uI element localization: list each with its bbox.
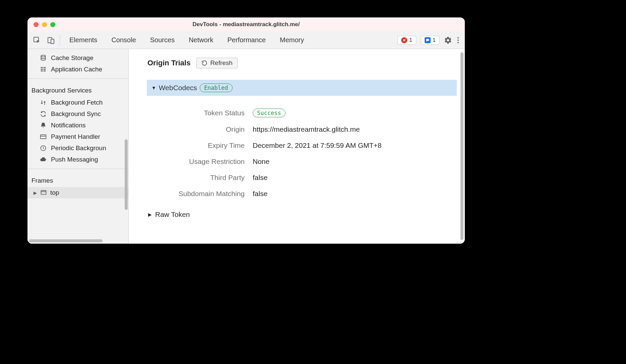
panel-body: Cache Storage Application Cache Backgrou… <box>27 49 465 244</box>
caret-right-icon: ▶ <box>34 190 37 195</box>
cloud-icon <box>40 156 47 163</box>
sidebar-item-label: Notifications <box>51 122 86 129</box>
usage-label: Usage Restriction <box>147 158 253 166</box>
caret-down-icon: ▼ <box>151 85 156 90</box>
trial-status-badge: Enabled <box>200 83 233 92</box>
inspect-element-icon[interactable] <box>33 36 41 44</box>
titlebar: DevTools - mediastreamtrack.glitch.me/ <box>27 17 465 32</box>
sync-icon <box>40 111 47 117</box>
transfer-icon <box>40 99 47 106</box>
grid-icon <box>40 66 47 73</box>
inspect-tools <box>31 35 60 46</box>
raw-token-label: Raw Token <box>155 210 190 219</box>
expiry-value: December 2, 2021 at 7:59:59 AM GMT+8 <box>253 141 382 149</box>
svg-point-4 <box>457 40 459 41</box>
origin-trials-panel: Origin Trials Refresh ▼ WebCodecs Enable… <box>129 49 465 244</box>
tab-performance[interactable]: Performance <box>228 36 266 44</box>
error-count-chip[interactable]: ✕ 1 <box>397 36 416 45</box>
svg-rect-2 <box>51 39 54 44</box>
error-count: 1 <box>409 37 412 44</box>
devtools-tabstrip: Elements Console Sources Network Perform… <box>27 32 465 49</box>
token-status-value: Success <box>253 109 286 117</box>
svg-rect-12 <box>44 70 46 71</box>
token-status-label: Token Status <box>147 109 253 117</box>
row-subdomain-matching: Subdomain Matching false <box>147 186 465 202</box>
refresh-button[interactable]: Refresh <box>196 58 238 68</box>
row-expiry: Expiry Time December 2, 2021 at 7:59:59 … <box>147 137 465 154</box>
svg-rect-9 <box>41 69 43 70</box>
panel-header: Origin Trials Refresh <box>147 58 465 68</box>
token-status-badge: Success <box>253 109 286 117</box>
sidebar-item-application-cache[interactable]: Application Cache <box>27 64 128 75</box>
row-token-status: Token Status Success <box>147 105 465 121</box>
sidebar-item-cache-storage[interactable]: Cache Storage <box>27 52 128 64</box>
third-party-value: false <box>253 174 267 182</box>
third-party-label: Third Party <box>147 174 253 182</box>
more-options-icon[interactable] <box>457 36 459 44</box>
bell-icon <box>40 122 47 129</box>
window-title: DevTools - mediastreamtrack.glitch.me/ <box>27 21 465 28</box>
svg-rect-10 <box>44 69 46 70</box>
sidebar-vertical-scrollbar[interactable] <box>125 139 128 210</box>
sidebar-item-label: Background Fetch <box>51 99 103 106</box>
tab-console[interactable]: Console <box>111 36 136 44</box>
subdomain-label: Subdomain Matching <box>147 190 253 198</box>
usage-value: None <box>253 158 269 166</box>
sidebar-item-background-fetch[interactable]: Background Fetch <box>27 97 128 108</box>
sidebar-item-label: Background Sync <box>51 110 101 118</box>
origin-value: https://mediastreamtrack.glitch.me <box>253 125 360 133</box>
sidebar-item-label: Periodic Backgroun <box>51 144 106 152</box>
devtools-window: DevTools - mediastreamtrack.glitch.me/ E… <box>27 17 465 244</box>
svg-rect-16 <box>41 190 46 194</box>
database-icon <box>40 55 47 61</box>
issues-count: 1 <box>433 37 436 44</box>
frame-icon <box>40 189 47 196</box>
origin-label: Origin <box>147 125 253 133</box>
issues-count-chip[interactable]: 1 <box>421 36 439 45</box>
sidebar-item-periodic-background-sync[interactable]: Periodic Backgroun <box>27 142 128 154</box>
main-vertical-scrollbar[interactable] <box>460 52 463 240</box>
sidebar-item-notifications[interactable]: Notifications <box>27 120 128 131</box>
tab-network[interactable]: Network <box>189 36 213 44</box>
sidebar-horizontal-scrollbar[interactable] <box>29 239 103 242</box>
svg-point-5 <box>457 42 459 43</box>
clock-icon <box>40 145 47 151</box>
panel-tabs: Elements Console Sources Network Perform… <box>60 36 397 44</box>
refresh-label: Refresh <box>210 59 233 67</box>
frame-label: top <box>50 189 59 196</box>
svg-rect-7 <box>41 67 43 68</box>
panel-title: Origin Trials <box>147 59 190 67</box>
sidebar-divider <box>27 169 128 169</box>
sidebar-item-label: Cache Storage <box>51 54 93 62</box>
tab-sources[interactable]: Sources <box>150 36 175 44</box>
application-sidebar: Cache Storage Application Cache Backgrou… <box>27 49 129 244</box>
tab-memory[interactable]: Memory <box>280 36 304 44</box>
svg-point-3 <box>457 37 459 39</box>
row-third-party: Third Party false <box>147 170 465 186</box>
svg-rect-11 <box>41 70 43 71</box>
svg-point-6 <box>41 55 45 57</box>
settings-icon[interactable] <box>444 36 452 44</box>
sidebar-section-background-services[interactable]: Background Services <box>27 82 128 97</box>
frame-top[interactable]: ▶ top <box>27 187 128 198</box>
sidebar-item-push-messaging[interactable]: Push Messaging <box>27 154 128 165</box>
svg-rect-13 <box>41 135 46 139</box>
trial-details-table: Token Status Success Origin https://medi… <box>147 105 465 202</box>
sidebar-item-label: Application Cache <box>51 66 102 73</box>
row-usage-restriction: Usage Restriction None <box>147 154 465 170</box>
sidebar-divider <box>27 78 128 79</box>
trial-name: WebCodecs <box>159 84 197 92</box>
sidebar-item-payment-handler[interactable]: Payment Handler <box>27 131 128 142</box>
expiry-label: Expiry Time <box>147 141 253 149</box>
raw-token-toggle[interactable]: ▶ Raw Token <box>147 210 465 219</box>
credit-card-icon <box>40 133 47 140</box>
issue-icon <box>425 37 431 43</box>
sidebar-section-frames[interactable]: Frames <box>27 172 128 187</box>
device-toolbar-icon[interactable] <box>47 36 55 44</box>
caret-right-icon: ▶ <box>148 212 152 217</box>
sidebar-item-background-sync[interactable]: Background Sync <box>27 108 128 120</box>
error-icon: ✕ <box>401 37 407 43</box>
trial-webcodecs-header[interactable]: ▼ WebCodecs Enabled <box>147 80 457 96</box>
sidebar-item-label: Push Messaging <box>51 156 98 163</box>
tab-elements[interactable]: Elements <box>69 36 97 44</box>
